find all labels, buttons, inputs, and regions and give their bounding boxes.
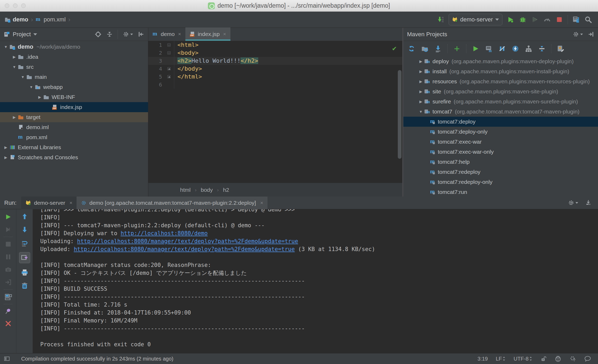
highlighting-level-icon[interactable]: [555, 355, 561, 362]
maven-generate-sources-icon[interactable]: [421, 45, 429, 53]
project-pane-title[interactable]: Project: [13, 31, 31, 38]
maven-tree-row[interactable]: mtomcat7:deploy-only: [403, 127, 598, 137]
tree-closed-arrow-icon[interactable]: ▶: [11, 115, 18, 119]
close-tab-icon[interactable]: ×: [178, 31, 181, 37]
tree-closed-arrow-icon[interactable]: ▶: [417, 99, 425, 104]
editor-tab-demo[interactable]: mdemo×: [148, 28, 185, 41]
maven-skip-tests-icon[interactable]: [498, 45, 506, 53]
pause-output-button[interactable]: [4, 253, 12, 261]
rerun-failed-tests-button[interactable]: !: [4, 226, 12, 234]
project-tree-row[interactable]: ▼demo~/work/java/demo: [0, 42, 148, 52]
maven-tree-row[interactable]: ▼mtomcat7(org.apache.tomcat.maven:tomcat…: [403, 107, 598, 117]
console-link[interactable]: http://localhost:8080/manager/text/deplo…: [77, 238, 298, 244]
project-settings-gear-icon[interactable]: [123, 31, 133, 38]
stop-button[interactable]: [555, 16, 563, 24]
print-button[interactable]: [21, 269, 29, 276]
project-tree-row[interactable]: ▶External Libraries: [0, 142, 148, 152]
maven-tree-row[interactable]: mtomcat7:help: [403, 157, 598, 167]
close-tab-icon[interactable]: ×: [69, 200, 72, 206]
thread-dump-button[interactable]: [4, 266, 12, 274]
tree-open-arrow-icon[interactable]: ▼: [11, 65, 18, 69]
tree-closed-arrow-icon[interactable]: ▶: [417, 59, 425, 63]
maven-offline-icon[interactable]: [511, 45, 519, 53]
maven-collapse-expand-icon[interactable]: [538, 45, 546, 53]
status-message[interactable]: Compilation completed successfully in 2s…: [21, 356, 173, 362]
code-line[interactable]: 5</html>: [148, 73, 402, 81]
project-tree-row[interactable]: ▶.idea: [0, 52, 148, 62]
code-area[interactable]: 1<html>2<body>3<h2>Hello World!!!</h2>4<…: [148, 41, 402, 183]
tree-closed-arrow-icon[interactable]: ▶: [2, 145, 10, 149]
tree-closed-arrow-icon[interactable]: ▶: [417, 69, 425, 74]
console-output[interactable]: [INFO] >>> tomcat7-maven-plugin:2.2:depl…: [33, 209, 598, 353]
rerun-button[interactable]: [4, 213, 12, 221]
run-configuration-select[interactable]: demo-server: [449, 14, 502, 25]
maven-run-icon[interactable]: [472, 45, 480, 53]
code-line[interactable]: 6: [148, 81, 402, 89]
next-occurrence-button[interactable]: [21, 226, 29, 234]
tree-closed-arrow-icon[interactable]: ▶: [36, 95, 43, 99]
editor-tab-index.jsp[interactable]: JSPindex.jsp×: [185, 28, 230, 41]
code-line[interactable]: 4</body>: [148, 65, 402, 73]
close-panel-button[interactable]: [4, 320, 12, 327]
search-everywhere-icon[interactable]: [584, 16, 592, 24]
project-tree-row[interactable]: ▶WEB-INF: [0, 92, 148, 102]
project-tree-row[interactable]: ▶target: [0, 112, 148, 122]
maven-tree-row[interactable]: mtomcat7:redeploy: [403, 167, 598, 177]
maven-tree-row[interactable]: mtomcat7:deploy: [403, 117, 598, 127]
maven-tree-row[interactable]: mtomcat7:exec-war: [403, 137, 598, 147]
tree-open-arrow-icon[interactable]: ▼: [2, 45, 10, 49]
maven-reimport-icon[interactable]: [408, 45, 416, 53]
chevron-down-icon[interactable]: [33, 33, 37, 35]
caret-position[interactable]: 3:19: [477, 356, 488, 362]
line-ending-select[interactable]: LF: [496, 356, 506, 362]
tree-closed-arrow-icon[interactable]: ▶: [417, 89, 425, 94]
dock-panel-icon[interactable]: [585, 199, 592, 206]
run-button[interactable]: [507, 16, 515, 24]
fold-marker-icon[interactable]: [167, 43, 171, 47]
console-link[interactable]: http://localhost:8080/manager/text/deplo…: [74, 246, 294, 252]
tree-open-arrow-icon[interactable]: ▼: [19, 75, 26, 79]
close-tab-icon[interactable]: ×: [223, 31, 226, 37]
tree-closed-arrow-icon[interactable]: ▶: [2, 155, 10, 160]
locate-file-icon[interactable]: [95, 31, 101, 38]
tree-closed-arrow-icon[interactable]: ▶: [11, 55, 18, 59]
close-tab-icon[interactable]: ×: [260, 200, 263, 206]
restore-layout-button[interactable]: [4, 293, 12, 301]
event-log-icon[interactable]: [584, 355, 591, 362]
maven-add-icon[interactable]: [453, 45, 461, 53]
maven-gear-icon[interactable]: [573, 31, 583, 38]
project-tree-row[interactable]: ▶Scratches and Consoles: [0, 152, 148, 162]
exit-button[interactable]: [4, 278, 12, 286]
breadcrumb-body[interactable]: body: [201, 187, 213, 193]
maven-execute-goal-icon[interactable]: m: [485, 45, 493, 53]
prev-occurrence-button[interactable]: [21, 212, 29, 220]
maven-tree-row[interactable]: ▶msite(org.apache.maven.plugins:maven-si…: [403, 87, 598, 97]
project-tree-row[interactable]: mpom.xml: [0, 132, 148, 142]
gear-question-icon[interactable]: ?: [569, 355, 576, 362]
maven-tree-row[interactable]: ▶msurefire(org.apache.maven.plugins:mave…: [403, 97, 598, 107]
run-tab-1[interactable]: demo-server×: [21, 197, 77, 209]
tree-open-arrow-icon[interactable]: ▼: [28, 85, 35, 89]
hide-panel-icon[interactable]: [588, 31, 594, 38]
maven-download-sources-icon[interactable]: [434, 45, 442, 53]
debug-button[interactable]: [519, 16, 527, 24]
lock-icon[interactable]: [540, 356, 547, 362]
fold-marker-icon[interactable]: [167, 75, 171, 78]
stop-process-button[interactable]: [4, 240, 12, 248]
fold-marker-icon[interactable]: [167, 67, 171, 70]
tool-windows-icon[interactable]: [572, 16, 580, 24]
project-tree-row[interactable]: demo.iml: [0, 122, 148, 132]
maven-tree-row[interactable]: mtomcat7:redeploy-only: [403, 177, 598, 187]
soft-wrap-button[interactable]: [21, 239, 29, 247]
maven-tree-row[interactable]: mtomcat7:exec-war-only: [403, 147, 598, 157]
project-tree-row[interactable]: ▼webapp: [0, 82, 148, 92]
tree-closed-arrow-icon[interactable]: ▶: [417, 79, 425, 84]
run-with-coverage-button[interactable]: [531, 16, 539, 24]
console-link[interactable]: http://localhost:8080/demo: [121, 230, 208, 236]
maven-dependencies-icon[interactable]: [525, 45, 533, 53]
breadcrumb-project[interactable]: demo: [13, 16, 28, 23]
breadcrumb-h2[interactable]: h2: [223, 187, 229, 193]
fold-marker-icon[interactable]: [167, 51, 171, 54]
hide-panel-icon[interactable]: [138, 31, 144, 38]
inspection-ok-icon[interactable]: ✔: [392, 44, 396, 52]
